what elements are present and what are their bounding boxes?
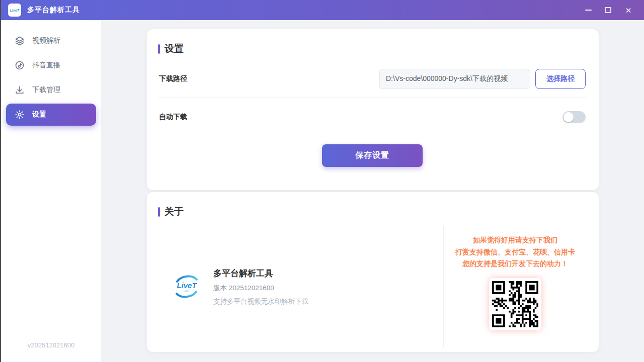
layers-icon bbox=[14, 35, 25, 46]
about-section-head: 关于 bbox=[158, 205, 587, 218]
about-info: LiveT -LIVET- 多平台解析工具 版本 202512021600 支持… bbox=[158, 226, 443, 347]
close-button[interactable]: ✕ bbox=[622, 4, 635, 17]
app-logo-text: LiveT bbox=[10, 9, 19, 12]
sidebar: 视频解析 抖音直播 下载管理 bbox=[1, 20, 102, 362]
settings-section-head: 设置 bbox=[158, 42, 587, 55]
auto-download-toggle[interactable] bbox=[562, 111, 586, 123]
about-card: 关于 bbox=[147, 192, 599, 352]
close-icon: ✕ bbox=[625, 7, 632, 14]
support-line-3: 您的支持是我们开发下去的动力！ bbox=[462, 258, 568, 270]
sidebar-item-label: 下载管理 bbox=[32, 85, 60, 95]
download-path-label: 下载路径 bbox=[159, 74, 187, 83]
download-icon bbox=[14, 84, 25, 96]
settings-card: 设置 下载路径 选择路径 自动下载 保存设置 bbox=[147, 29, 599, 190]
sidebar-spacer bbox=[1, 128, 101, 341]
about-app-name: 多平台解析工具 bbox=[213, 267, 308, 279]
settings-section-title: 设置 bbox=[165, 42, 184, 55]
app-logo-icon: LiveT bbox=[8, 4, 21, 17]
sidebar-item-download-manager[interactable]: 下载管理 bbox=[6, 79, 96, 101]
sidebar-item-label: 设置 bbox=[32, 110, 46, 119]
app-window: LiveT 多平台解析工具 ✕ 视频解析 bbox=[0, 0, 644, 362]
sidebar-item-label: 视频解析 bbox=[32, 36, 60, 45]
donation-qr-code bbox=[492, 281, 538, 327]
main-content: 设置 下载路径 选择路径 自动下载 保存设置 bbox=[102, 20, 644, 362]
save-button-wrapper: 保存设置 bbox=[158, 144, 587, 167]
section-accent-bar bbox=[158, 44, 160, 54]
about-text-block: 多平台解析工具 版本 202512021600 支持多平台视频无水印解析下载 bbox=[213, 267, 308, 306]
window-controls: ✕ bbox=[582, 4, 644, 17]
maximize-button[interactable] bbox=[602, 4, 615, 17]
download-path-group: 选择路径 bbox=[379, 69, 586, 89]
about-app-version: 版本 202512021600 bbox=[213, 284, 308, 293]
about-section-title: 关于 bbox=[165, 205, 184, 218]
download-path-input[interactable] bbox=[379, 69, 530, 89]
sidebar-version: v202512021600 bbox=[1, 341, 101, 362]
save-settings-button[interactable]: 保存设置 bbox=[322, 144, 423, 167]
choose-path-button[interactable]: 选择路径 bbox=[535, 69, 586, 89]
svg-text:-LIVET-: -LIVET- bbox=[183, 290, 191, 292]
minimize-button[interactable] bbox=[582, 4, 595, 17]
support-panel: 如果觉得好用请支持下我们 打赏支持微信、支付宝、花呗、信用卡 您的支持是我们开发… bbox=[443, 226, 587, 347]
titlebar: LiveT 多平台解析工具 ✕ bbox=[1, 0, 644, 20]
sidebar-item-video-parse[interactable]: 视频解析 bbox=[6, 30, 96, 52]
settings-sun-icon bbox=[14, 109, 25, 120]
support-line-2: 打赏支持微信、支付宝、花呗、信用卡 bbox=[455, 246, 575, 258]
svg-text:LiveT: LiveT bbox=[177, 281, 197, 290]
download-path-row: 下载路径 选择路径 bbox=[158, 55, 587, 98]
about-content: LiveT -LIVET- 多平台解析工具 版本 202512021600 支持… bbox=[158, 226, 587, 347]
sidebar-item-settings[interactable]: 设置 bbox=[6, 104, 96, 126]
sidebar-item-label: 抖音直播 bbox=[32, 61, 60, 70]
app-body: 视频解析 抖音直播 下载管理 bbox=[1, 20, 644, 362]
live-record-icon bbox=[14, 60, 25, 71]
auto-download-row: 自动下载 bbox=[158, 98, 587, 136]
toggle-knob bbox=[564, 112, 574, 122]
livet-logo-icon: LiveT -LIVET- bbox=[172, 272, 201, 301]
support-line-1: 如果觉得好用请支持下我们 bbox=[473, 234, 557, 246]
minimize-icon bbox=[585, 10, 592, 11]
maximize-icon bbox=[605, 7, 611, 13]
window-title: 多平台解析工具 bbox=[27, 6, 80, 15]
about-app-description: 支持多平台视频无水印解析下载 bbox=[213, 297, 308, 306]
donation-qr-container bbox=[489, 278, 541, 330]
auto-download-label: 自动下载 bbox=[159, 113, 187, 122]
section-accent-bar bbox=[158, 207, 160, 217]
sidebar-item-douyin-live[interactable]: 抖音直播 bbox=[6, 54, 96, 76]
